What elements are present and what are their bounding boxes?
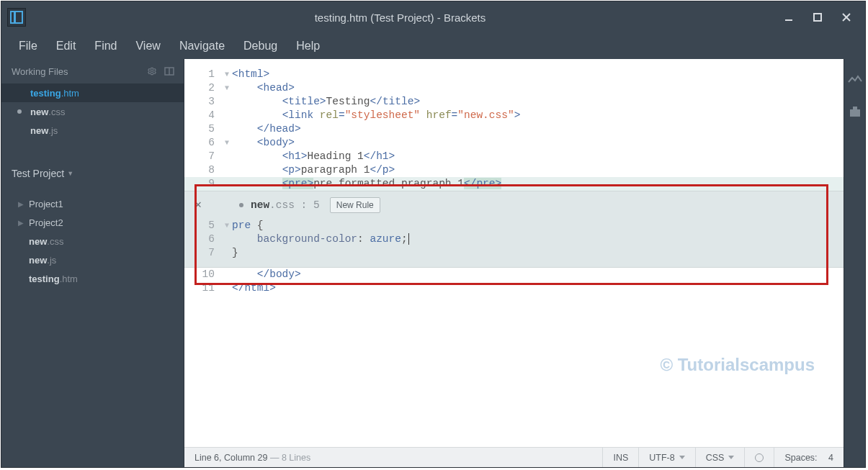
line-number: 6 <box>184 136 222 150</box>
menu-help[interactable]: Help <box>289 35 327 57</box>
file-ext: .js <box>47 255 56 266</box>
editor-area: 1▼<html> 2▼ <head> 3 <title>Testing</tit… <box>184 59 865 467</box>
line-number: 2 <box>184 81 222 95</box>
line-number: 3 <box>184 95 222 109</box>
svg-point-6 <box>151 70 153 73</box>
menu-navigate[interactable]: Navigate <box>172 35 232 57</box>
text-cursor <box>408 233 409 245</box>
tok: p <box>288 164 295 176</box>
tok: body <box>264 137 289 148</box>
tok: Heading 1 <box>307 150 363 162</box>
quick-edit-header: ✕ new.css : 5 New Rule <box>184 191 844 219</box>
new-rule-button[interactable]: New Rule <box>330 197 380 213</box>
tok: href <box>426 109 452 121</box>
svg-rect-2 <box>785 19 792 21</box>
watermark: © Tutorialscampus <box>660 355 815 375</box>
menu-file[interactable]: File <box>12 35 45 57</box>
chevron-down-icon <box>679 456 685 459</box>
line-number: 5 <box>184 219 222 232</box>
titlebar: testing.htm (Test Project) - Brackets <box>1 1 865 33</box>
app-window: testing.htm (Test Project) - Brackets Fi… <box>1 1 866 468</box>
menu-edit[interactable]: Edit <box>49 35 84 57</box>
chevron-down-icon <box>728 456 734 459</box>
menu-debug[interactable]: Debug <box>236 35 285 57</box>
tok: link <box>288 109 313 121</box>
modified-dot-icon <box>17 109 22 114</box>
tok: pre formatted pragraph 1 <box>313 178 464 189</box>
line-number: 11 <box>184 281 222 295</box>
tok: ; <box>401 233 408 245</box>
editor-main: 1▼<html> 2▼ <head> 3 <title>Testing</tit… <box>184 59 844 467</box>
tok: Testing <box>326 96 370 107</box>
tok: pre <box>232 220 251 231</box>
tree-file-testing-htm[interactable]: testing.htm <box>1 269 184 288</box>
line-number: 5 <box>184 122 222 136</box>
working-file-new-css[interactable]: new.css <box>1 102 184 121</box>
tok: h1 <box>376 150 388 162</box>
svg-rect-0 <box>11 12 22 23</box>
status-ins[interactable]: INS <box>602 448 638 467</box>
folder-label: Project2 <box>29 217 63 228</box>
tok: html <box>238 68 264 80</box>
tok: { <box>251 220 263 231</box>
inline-file-ext: .css <box>269 199 295 211</box>
split-view-icon[interactable] <box>162 64 176 78</box>
maximize-button[interactable] <box>803 6 832 28</box>
menu-find[interactable]: Find <box>87 35 124 57</box>
svg-rect-1 <box>14 12 16 23</box>
tok: : <box>357 233 370 245</box>
inline-file-lineno: : 5 <box>295 199 320 211</box>
file-ext: .css <box>48 107 65 117</box>
close-button[interactable] <box>832 6 861 28</box>
line-number: 6 <box>184 232 222 246</box>
tok: head <box>264 82 289 94</box>
tok: p <box>382 164 389 176</box>
gear-icon[interactable] <box>145 64 159 78</box>
tok: title <box>382 96 414 107</box>
line-number: 4 <box>184 109 222 122</box>
line-number: 8 <box>184 163 222 177</box>
project-dropdown[interactable]: Test Project ▼ <box>1 161 184 186</box>
tok: title <box>288 96 320 107</box>
file-base: testing <box>30 88 61 99</box>
minimize-button[interactable] <box>774 6 803 28</box>
window-title: testing.htm (Test Project) - Brackets <box>26 12 774 24</box>
working-file-new-js[interactable]: new.js <box>1 121 184 140</box>
window-controls <box>774 6 865 28</box>
menubar: File Edit Find View Navigate Debug Help <box>1 33 865 59</box>
inline-code-editor[interactable]: 5▼pre { 6 background-color: azure; 7} <box>184 219 844 260</box>
tree-file-new-js[interactable]: new.js <box>1 250 184 269</box>
tok: azure <box>370 233 401 245</box>
tok: h1 <box>288 150 300 162</box>
status-lint[interactable] <box>744 448 774 467</box>
status-spaces[interactable]: Spaces: 4 <box>774 448 844 467</box>
svg-rect-9 <box>850 109 860 117</box>
tok: paragraph 1 <box>301 164 370 176</box>
app-logo-icon <box>7 8 26 27</box>
file-base: new <box>30 107 48 117</box>
modified-dot-icon <box>239 203 243 207</box>
live-preview-icon[interactable] <box>847 72 863 88</box>
close-icon[interactable]: ✕ <box>190 199 206 212</box>
file-base: new <box>30 125 48 136</box>
tok: "new.css" <box>457 109 514 121</box>
body: Working Files testing.htm new.css <box>1 59 865 467</box>
status-encoding[interactable]: UTF-8 <box>638 448 694 467</box>
tok: } <box>232 247 238 258</box>
tok: rel <box>320 109 339 121</box>
circle-icon <box>755 453 764 462</box>
statusbar: Line 6, Column 29 — 8 Lines INS UTF-8 CS… <box>184 447 844 467</box>
menu-view[interactable]: View <box>128 35 167 57</box>
working-file-testing-htm[interactable]: testing.htm <box>1 83 184 102</box>
right-rail <box>844 59 865 467</box>
tok: background-color <box>257 233 357 245</box>
tree-folder-project2[interactable]: ▶ Project2 <box>1 213 184 232</box>
status-language[interactable]: CSS <box>695 448 745 467</box>
code-editor[interactable]: 1▼<html> 2▼ <head> 3 <title>Testing</tit… <box>184 59 844 447</box>
extensions-icon[interactable] <box>847 104 863 119</box>
file-ext: .css <box>47 236 63 247</box>
tree-file-new-css[interactable]: new.css <box>1 232 184 250</box>
tok: "stylesheet" <box>345 109 420 121</box>
line-number: 7 <box>184 246 222 260</box>
tree-folder-project1[interactable]: ▶ Project1 <box>1 194 184 213</box>
